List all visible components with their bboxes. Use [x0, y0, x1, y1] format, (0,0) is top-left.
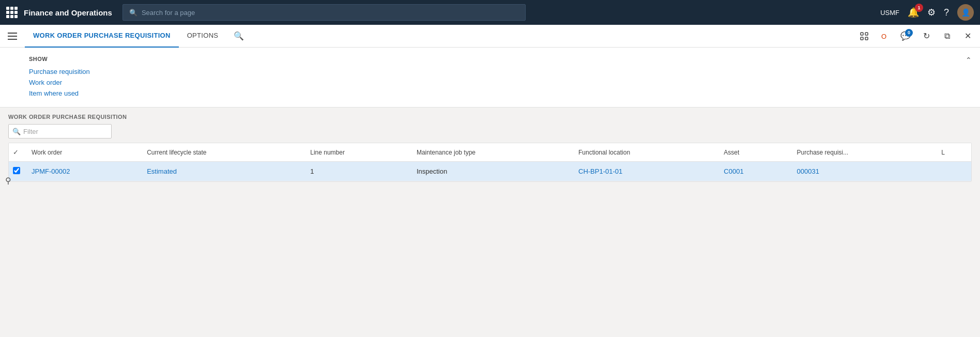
show-label: SHOW: [29, 56, 955, 62]
filter-input[interactable]: [8, 124, 112, 139]
header-job-type[interactable]: Maintenance job type: [410, 143, 572, 162]
ribbon-search-button[interactable]: 🔍: [231, 28, 247, 44]
table-header-row: ✓ Work order Current lifecycle state Lin…: [9, 143, 971, 162]
settings-button[interactable]: ⚙: [927, 7, 936, 18]
notifications-button[interactable]: 🔔 1: [908, 7, 919, 18]
grid-section-title: WORK ORDER PURCHASE REQUISITION: [0, 108, 980, 122]
data-table-wrap: ✓ Work order Current lifecycle state Lin…: [8, 143, 972, 182]
cell-asset[interactable]: C0001: [717, 162, 790, 181]
cell-work-order[interactable]: JPMF-00002: [25, 162, 141, 181]
top-nav: Finance and Operations 🔍 USMF 🔔 1 ⚙ ? 👤: [0, 0, 980, 25]
header-l[interactable]: L: [935, 143, 971, 162]
filter-sidebar-icon[interactable]: ⚲: [5, 176, 11, 182]
open-in-new-button[interactable]: ⧉: [939, 28, 955, 44]
notification-badge: 1: [915, 4, 923, 12]
ribbon: WORK ORDER PURCHASE REQUISITION OPTIONS …: [0, 25, 980, 48]
filter-wrapper: 🔍: [8, 124, 112, 139]
app-grid-icon[interactable]: [6, 7, 18, 18]
svg-rect-3: [865, 37, 868, 40]
tab-options[interactable]: OPTIONS: [179, 25, 227, 48]
app-title: Finance and Operations: [24, 8, 112, 17]
svg-rect-2: [861, 37, 863, 40]
search-input[interactable]: [142, 9, 519, 17]
panel-collapse-button[interactable]: ⌃: [966, 56, 972, 64]
cell-purchase-req[interactable]: 000031: [791, 162, 936, 181]
header-purchase-req[interactable]: Purchase requisi...: [791, 143, 936, 162]
header-functional-location[interactable]: Functional location: [572, 143, 717, 162]
cell-functional-location[interactable]: CH-BP1-01-01: [572, 162, 717, 181]
header-work-order[interactable]: Work order: [25, 143, 141, 162]
cell-job-type: Inspection: [410, 162, 572, 181]
cell-lifecycle-state[interactable]: Estimated: [141, 162, 304, 181]
refresh-button[interactable]: ↻: [918, 28, 935, 44]
header-asset[interactable]: Asset: [717, 143, 790, 162]
search-icon: 🔍: [129, 9, 137, 17]
filter-row: 🔍: [0, 122, 980, 143]
table-row[interactable]: JPMF-00002 Estimated 1 Inspection CH-BP1…: [9, 162, 971, 181]
search-bar[interactable]: 🔍: [122, 4, 526, 21]
check-icon: ✓: [13, 148, 19, 156]
row-checkbox[interactable]: [13, 167, 20, 174]
header-lifecycle-state[interactable]: Current lifecycle state: [141, 143, 304, 162]
help-button[interactable]: ?: [944, 7, 949, 18]
main-content: ⚲ WORK ORDER PURCHASE REQUISITION 🔍 ✓ Wo…: [0, 108, 980, 182]
office-button[interactable]: O: [877, 28, 893, 44]
panel-link-purchase-req[interactable]: Purchase requisition: [29, 66, 955, 77]
cell-l: [935, 162, 971, 181]
svg-rect-0: [861, 33, 863, 35]
hamburger-menu[interactable]: [4, 28, 21, 44]
panel-link-item-where-used[interactable]: Item where used: [29, 88, 955, 99]
panel-link-work-order[interactable]: Work order: [29, 77, 955, 88]
close-button[interactable]: ✕: [959, 28, 976, 44]
svg-rect-1: [865, 33, 868, 35]
username-label: USMF: [880, 9, 899, 17]
personalize-button[interactable]: [856, 28, 872, 44]
data-table: ✓ Work order Current lifecycle state Lin…: [9, 143, 971, 181]
tab-work-order-purchase-requisition[interactable]: WORK ORDER PURCHASE REQUISITION: [25, 25, 179, 48]
message-center-button[interactable]: 💬 0: [897, 28, 914, 44]
header-check: ✓: [9, 143, 25, 162]
svg-text:O: O: [881, 33, 886, 40]
message-badge: 0: [905, 29, 913, 37]
nav-right-controls: USMF 🔔 1 ⚙ ? 👤: [880, 4, 974, 21]
avatar[interactable]: 👤: [957, 4, 974, 21]
header-line-number[interactable]: Line number: [304, 143, 410, 162]
ribbon-right-actions: O 💬 0 ↻ ⧉ ✕: [856, 28, 976, 44]
cell-line-number: 1: [304, 162, 410, 181]
